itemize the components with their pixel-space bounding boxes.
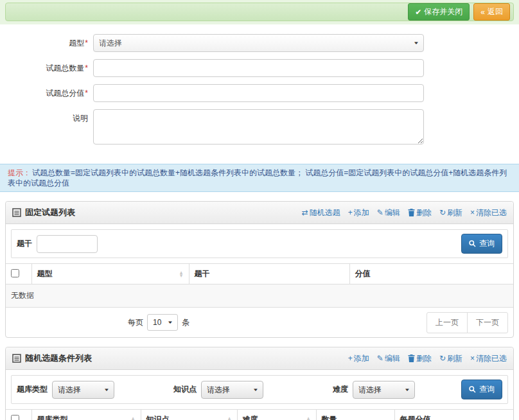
form-row-total-score: 试题总分值* <box>0 84 519 102</box>
bank-type-select[interactable]: 请选择 <box>52 381 114 399</box>
fixed-query-button[interactable]: 查询 <box>461 234 502 254</box>
back-chevron-icon: « <box>480 8 485 17</box>
stem-search-label: 题干 <box>17 238 32 249</box>
clear-icon: × <box>470 208 475 217</box>
random-query-button[interactable]: 查询 <box>461 380 502 399</box>
column-count: 数量 <box>316 410 394 420</box>
question-type-select[interactable]: 请选择 <box>93 34 424 52</box>
filter-bank-type: 题库类型 请选择 ▼ <box>17 381 114 399</box>
difficulty-select[interactable]: 请选择 <box>353 381 415 399</box>
clear-icon: × <box>470 354 475 363</box>
back-label: 返回 <box>488 6 503 17</box>
random-panel-body: 题库类型 请选择 ▼ 知识点 请选择 ▼ 难度 请选择 ▼ <box>6 375 513 420</box>
edit-link[interactable]: ✎编辑 <box>377 207 400 218</box>
column-bank-type[interactable]: 题库类型 ▲▼ <box>31 410 141 420</box>
per-page-suffix: 条 <box>182 317 189 328</box>
delete-link[interactable]: 删除 <box>408 353 432 364</box>
edit-link[interactable]: ✎编辑 <box>377 353 400 364</box>
empty-data-row: 无数据 <box>6 284 513 308</box>
sort-icon: ▲▼ <box>130 417 135 420</box>
shuffle-icon: ⇄ <box>302 208 308 217</box>
save-close-label: 保存并关闭 <box>424 6 462 17</box>
plus-icon: + <box>348 208 353 217</box>
column-difficulty[interactable]: 难度 ▲▼ <box>237 410 316 420</box>
search-icon <box>469 240 476 247</box>
delete-link[interactable]: 删除 <box>408 207 432 218</box>
list-icon <box>12 208 21 217</box>
empty-data-text: 无数据 <box>6 284 513 308</box>
fixed-panel-title: 固定试题列表 <box>25 207 75 218</box>
stem-search-input[interactable] <box>37 235 98 253</box>
random-panel-toolbar: +添加 ✎编辑 删除 ↻刷新 ×清除已选 <box>340 353 507 364</box>
plus-icon: + <box>348 354 353 363</box>
fixed-pagination: 每页 10 ▼ 条 上一页 下一页 <box>6 308 513 337</box>
total-score-input[interactable] <box>93 84 424 102</box>
prev-page-button[interactable]: 上一页 <box>427 312 468 333</box>
add-link[interactable]: +添加 <box>348 207 369 218</box>
trash-icon <box>408 209 415 216</box>
column-score: 分值 <box>349 264 513 284</box>
top-toolbar-strip: ✔ 保存并关闭 « 返回 <box>0 0 519 24</box>
column-knowledge[interactable]: 知识点 ▲▼ <box>141 410 237 420</box>
fixed-panel-toolbar: ⇄随机选题 +添加 ✎编辑 删除 ↻刷新 ×清除已选 <box>294 207 507 218</box>
random-conditions-panel: 随机选题条件列表 +添加 ✎编辑 删除 ↻刷新 ×清除已选 题库类型 请选择 ▼… <box>5 347 514 420</box>
hint-bar: 提示：试题总数量=固定试题列表中的试题总数量+随机选题条件列表中的试题总数量； … <box>0 164 519 192</box>
fixed-panel-heading: 固定试题列表 ⇄随机选题 +添加 ✎编辑 删除 ↻刷新 ×清除已选 <box>6 202 513 224</box>
select-all-checkbox[interactable] <box>11 415 19 420</box>
save-close-button[interactable]: ✔ 保存并关闭 <box>408 3 470 21</box>
table-header-row: 题型 ▲▼ 题干 分值 <box>6 264 513 284</box>
sort-icon: ▲▼ <box>179 271 183 277</box>
edit-icon: ✎ <box>377 354 383 363</box>
random-panel-heading: 随机选题条件列表 +添加 ✎编辑 删除 ↻刷新 ×清除已选 <box>6 347 513 370</box>
check-icon: ✔ <box>415 8 421 17</box>
random-panel-title: 随机选题条件列表 <box>25 353 92 364</box>
page-size-control: 每页 10 ▼ 条 <box>128 314 189 331</box>
trash-icon <box>408 354 415 362</box>
clear-selected-link[interactable]: ×清除已选 <box>470 207 507 218</box>
knowledge-select[interactable]: 请选择 <box>201 381 263 399</box>
random-pick-link[interactable]: ⇄随机选题 <box>302 207 340 218</box>
form-row-total-count: 试题总数量* <box>0 59 519 77</box>
back-button[interactable]: « 返回 <box>473 3 510 21</box>
filter-difficulty: 难度 请选择 ▼ <box>333 381 415 399</box>
refresh-link[interactable]: ↻刷新 <box>439 207 462 218</box>
clear-selected-link[interactable]: ×清除已选 <box>470 353 507 364</box>
difficulty-label: 难度 <box>333 384 348 395</box>
per-page-prefix: 每页 <box>128 317 143 328</box>
total-count-label: 试题总数量* <box>0 59 88 74</box>
sort-icon: ▲▼ <box>227 417 231 420</box>
fixed-search-box: 题干 查询 <box>11 229 508 258</box>
required-marker: * <box>85 64 88 73</box>
fixed-questions-table: 题型 ▲▼ 题干 分值 无数据 <box>6 263 513 308</box>
pager-buttons: 上一页 下一页 <box>427 312 508 333</box>
refresh-link[interactable]: ↻刷新 <box>439 353 462 364</box>
page-size-select[interactable]: 10 <box>147 314 178 331</box>
add-link[interactable]: +添加 <box>348 353 369 364</box>
total-count-input[interactable] <box>93 59 424 77</box>
select-all-checkbox[interactable] <box>11 269 19 277</box>
hint-prefix: 提示： <box>8 168 31 177</box>
refresh-icon: ↻ <box>439 208 446 217</box>
next-page-button[interactable]: 下一页 <box>467 312 508 333</box>
knowledge-label: 知识点 <box>173 384 197 395</box>
required-marker: * <box>85 89 88 98</box>
table-header-row: 题库类型 ▲▼ 知识点 ▲▼ 难度 ▲▼ 数量 <box>6 410 513 420</box>
description-textarea[interactable] <box>93 109 424 144</box>
bank-type-label: 题库类型 <box>17 384 48 395</box>
list-icon <box>12 354 21 363</box>
total-score-label: 试题总分值* <box>0 84 88 99</box>
form-row-description: 说明 <box>0 109 519 146</box>
exam-form: 题型* 请选择 ▼ 试题总数量* 试题总分值* 说明 <box>0 24 519 164</box>
column-question-type[interactable]: 题型 ▲▼ <box>31 264 189 284</box>
fixed-questions-panel: 固定试题列表 ⇄随机选题 +添加 ✎编辑 删除 ↻刷新 ×清除已选 题干 查询 <box>5 201 514 338</box>
column-stem: 题干 <box>189 264 349 284</box>
random-filter-box: 题库类型 请选择 ▼ 知识点 请选择 ▼ 难度 请选择 ▼ <box>11 375 508 404</box>
form-row-question-type: 题型* 请选择 ▼ <box>0 34 519 52</box>
hint-text: 试题总数量=固定试题列表中的试题总数量+随机选题条件列表中的试题总数量； 试题总… <box>8 168 507 188</box>
fixed-panel-body: 题干 查询 题型 ▲▼ 题干 分值 <box>6 229 513 337</box>
search-icon <box>469 386 476 393</box>
filter-knowledge: 知识点 请选择 ▼ <box>173 381 263 399</box>
edit-icon: ✎ <box>377 208 383 217</box>
refresh-icon: ↻ <box>439 354 446 363</box>
top-toolbar: ✔ 保存并关闭 « 返回 <box>5 3 514 21</box>
